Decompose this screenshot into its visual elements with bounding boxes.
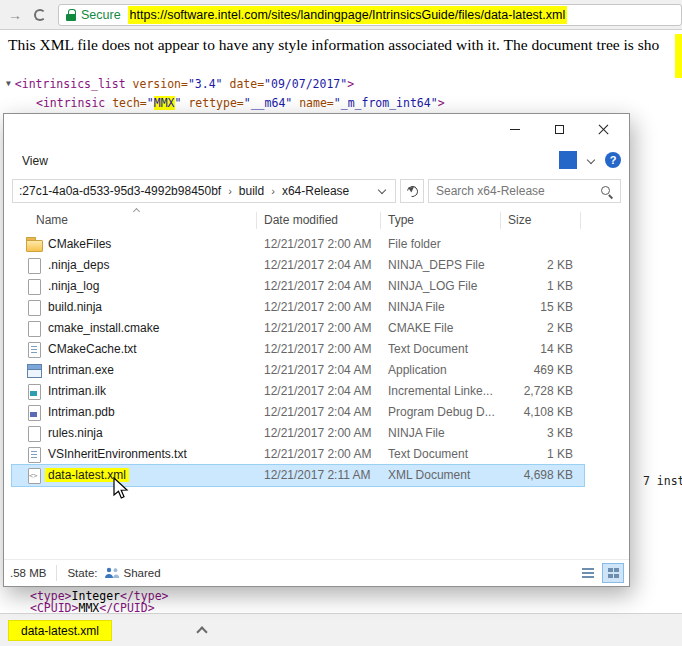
xml-tag-open: <intrinsic (36, 96, 105, 110)
xml-tag-close: > (347, 77, 354, 91)
column-header-type[interactable]: Type (388, 213, 414, 227)
file-row-ninja-deps[interactable]: .ninja_deps 12/21/2017 2:04 AM NINJA_DEP… (12, 255, 584, 276)
file-name: Intriman.exe (48, 363, 114, 377)
file-icon (26, 320, 42, 336)
minimize-button[interactable] (493, 114, 537, 144)
column-divider[interactable] (580, 212, 581, 229)
breadcrumb-folder-x64-release[interactable]: x64-Release (282, 184, 349, 198)
ribbon-blue-icon[interactable] (559, 151, 577, 169)
xml-file-icon (26, 467, 42, 483)
file-date: 12/21/2017 2:00 AM (264, 237, 371, 251)
maximize-button[interactable] (537, 114, 581, 144)
refresh-button[interactable] (400, 179, 424, 203)
forward-icon[interactable]: → (8, 7, 22, 23)
shared-people-icon (104, 567, 120, 579)
details-view-icon (582, 568, 594, 578)
file-row-cmake-install[interactable]: cmake_install.cmake 12/21/2017 2:00 AM C… (12, 318, 584, 339)
file-row-rules-ninja[interactable]: rules.ninja 12/21/2017 2:00 AM NINJA Fil… (12, 423, 584, 444)
file-name: CMakeCache.txt (48, 342, 137, 356)
file-row-intriman-exe[interactable]: Intriman.exe 12/21/2017 2:04 AM Applicat… (12, 360, 584, 381)
url-text[interactable]: https://software.intel.com/sites/landing… (128, 6, 568, 24)
explorer-address-row: :27c1-4a0a-d533-95d3-4992b98450bf › buil… (4, 178, 629, 204)
text-file-icon (26, 341, 42, 357)
column-divider[interactable] (380, 212, 381, 229)
xml-line-intrinsics-list: ▼<intrinsics_list version="3.4" date="09… (6, 77, 354, 91)
file-date: 12/21/2017 2:00 AM (264, 300, 371, 314)
xml-attr-version: version= (126, 77, 188, 91)
text-file-icon (26, 446, 42, 462)
close-button[interactable] (581, 114, 625, 144)
collapse-arrow-icon[interactable]: ▼ (6, 79, 11, 88)
file-row-intriman-pdb[interactable]: Intriman.pdb 12/21/2017 2:04 AM Program … (12, 402, 584, 423)
application-icon (26, 362, 42, 378)
file-date: 12/21/2017 2:04 AM (264, 363, 371, 377)
file-size: 1 KB (442, 447, 573, 461)
file-date: 12/21/2017 2:04 AM (264, 384, 371, 398)
search-input[interactable]: Search x64-Release (428, 179, 621, 203)
file-type: File folder (388, 237, 441, 251)
address-dropdown-chevron-icon[interactable] (378, 185, 386, 193)
xml-value-mmx-highlighted: MMX (154, 96, 175, 110)
ribbon-bar: View ? (4, 144, 629, 177)
file-size: 1 KB (442, 279, 573, 293)
download-item-data-latest-xml[interactable]: data-latest.xml (8, 620, 112, 641)
file-date: 12/21/2017 2:11 AM (264, 468, 371, 482)
xml-tag-close: > (438, 96, 445, 110)
chevron-up-icon[interactable] (196, 626, 207, 637)
window-titlebar[interactable] (4, 114, 629, 144)
file-size: 3 KB (442, 426, 573, 440)
close-icon (598, 124, 609, 135)
status-size-text: .58 MB (10, 567, 46, 579)
column-header-name[interactable]: Name (36, 213, 68, 227)
xml-line-intrinsic: <intrinsic tech="MMX" rettype="__m64" na… (36, 96, 445, 110)
browser-toolbar: → Secure https://software.intel.com/site… (0, 0, 682, 30)
column-divider[interactable] (256, 212, 257, 229)
file-size: 2 KB (442, 258, 573, 272)
file-name: Intriman.pdb (48, 405, 115, 419)
secure-badge[interactable]: Secure (81, 8, 121, 22)
xml-tag-open: <intrinsics_list (15, 77, 126, 91)
column-header-size[interactable]: Size (508, 213, 531, 227)
xml-value-version: "3.4" (188, 77, 223, 91)
reload-icon[interactable] (34, 9, 46, 21)
help-button[interactable]: ? (605, 152, 621, 168)
file-size: 2,728 KB (442, 384, 573, 398)
file-row-ninja-log[interactable]: .ninja_log 12/21/2017 2:04 AM NINJA_LOG … (12, 276, 584, 297)
file-list: CMakeFiles 12/21/2017 2:00 AM File folde… (12, 234, 607, 486)
breadcrumb-folder-build[interactable]: build (239, 184, 264, 198)
file-size: 469 KB (442, 363, 573, 377)
file-row-intriman-ilk[interactable]: Intriman.ilk 12/21/2017 2:04 AM Incremen… (12, 381, 584, 402)
file-row-data-latest-xml[interactable]: data-latest.xml 12/21/2017 2:11 AM XML D… (12, 465, 584, 486)
search-placeholder: Search x64-Release (436, 184, 545, 198)
file-icon (26, 425, 42, 441)
xml-attr-name: name= (292, 96, 334, 110)
file-size: 4,698 KB (442, 468, 573, 482)
column-divider[interactable] (500, 212, 501, 229)
file-row-cmakecache[interactable]: CMakeCache.txt 12/21/2017 2:00 AM Text D… (12, 339, 584, 360)
breadcrumb-folder-guid[interactable]: :27c1-4a0a-d533-95d3-4992b98450bf (19, 184, 221, 198)
column-header-date-modified[interactable]: Date modified (264, 213, 338, 227)
menu-view-tab[interactable]: View (22, 154, 48, 168)
status-bar: .58 MB State: Shared (4, 559, 629, 586)
xml-style-notice: This XML file does not appear to have an… (8, 36, 682, 54)
file-row-cmakefiles[interactable]: CMakeFiles 12/21/2017 2:00 AM File folde… (12, 234, 584, 255)
breadcrumb[interactable]: :27c1-4a0a-d533-95d3-4992b98450bf › buil… (12, 179, 396, 203)
expand-ribbon-chevron-icon[interactable] (587, 156, 595, 164)
file-name: cmake_install.cmake (48, 321, 159, 335)
details-view-button[interactable] (577, 563, 599, 583)
file-name: VSInheritEnvironments.txt (48, 447, 187, 461)
view-toggles (577, 563, 624, 583)
file-row-build-ninja[interactable]: build.ninja 12/21/2017 2:00 AM NINJA Fil… (12, 297, 584, 318)
file-explorer-window: View ? :27c1-4a0a-d533-95d3-4992b98450bf… (3, 113, 630, 587)
address-bar[interactable]: Secure https://software.intel.com/sites/… (58, 4, 682, 26)
file-row-vsinheritenvironments[interactable]: VSInheritEnvironments.txt 12/21/2017 2:0… (12, 444, 584, 465)
scrollbar-highlight-marker (675, 34, 682, 78)
large-icons-view-button[interactable] (602, 563, 624, 583)
file-size: 14 KB (442, 342, 573, 356)
refresh-icon (407, 186, 418, 197)
download-item-label: data-latest.xml (21, 624, 99, 638)
status-state-label: State: (67, 567, 97, 579)
download-shelf: data-latest.xml (0, 613, 682, 646)
xml-text-fragment: 7 instr (643, 474, 682, 488)
search-icon (600, 185, 613, 198)
